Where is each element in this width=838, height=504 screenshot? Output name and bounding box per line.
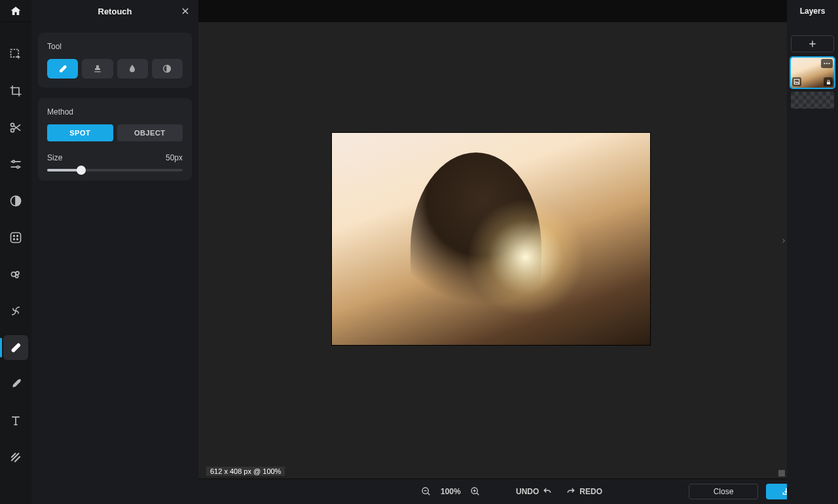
tool-draw[interactable] bbox=[3, 372, 28, 397]
tool-retouch[interactable] bbox=[3, 335, 28, 360]
chevron-right-icon bbox=[781, 237, 786, 245]
svg-point-21 bbox=[829, 63, 830, 64]
tool-blur[interactable] bbox=[117, 59, 148, 79]
layer-thumb-2[interactable] bbox=[791, 92, 834, 109]
svg-point-7 bbox=[14, 236, 15, 237]
canvas-image[interactable] bbox=[331, 132, 651, 346]
tool-element[interactable] bbox=[3, 445, 28, 470]
svg-point-10 bbox=[17, 239, 18, 240]
undo-button[interactable]: UNDO bbox=[516, 487, 552, 496]
close-button[interactable]: Close bbox=[689, 484, 758, 499]
sliders-icon bbox=[9, 158, 22, 171]
home-button[interactable] bbox=[0, 0, 31, 22]
tool-liquify[interactable] bbox=[3, 262, 28, 287]
svg-point-13 bbox=[16, 275, 18, 278]
zoom-value: 100% bbox=[441, 487, 461, 496]
scrollbar-corner bbox=[778, 470, 785, 477]
tool-adjust[interactable] bbox=[3, 152, 28, 177]
text-icon bbox=[9, 414, 22, 427]
size-value: 50px bbox=[166, 153, 183, 162]
svg-point-3 bbox=[12, 160, 14, 162]
svg-point-8 bbox=[17, 236, 18, 237]
stamp-icon bbox=[92, 63, 103, 74]
layer-lock[interactable] bbox=[824, 77, 833, 86]
tool-contrast[interactable] bbox=[3, 189, 28, 213]
size-label: Size bbox=[47, 153, 62, 162]
zoom-in-icon bbox=[470, 486, 481, 497]
method-card: Method SPOT OBJECT Size 50px bbox=[38, 98, 192, 181]
drop-icon bbox=[127, 63, 137, 74]
panel-header: Retouch bbox=[31, 0, 198, 22]
canvas-info: 612 x 408 px @ 100% bbox=[206, 467, 285, 476]
tool-disperse[interactable] bbox=[3, 298, 28, 323]
bandaid-icon bbox=[58, 63, 68, 74]
tool-crop[interactable] bbox=[3, 79, 28, 103]
zoom-out-icon bbox=[421, 486, 431, 497]
tool-arrange[interactable] bbox=[3, 42, 28, 67]
svg-point-20 bbox=[826, 63, 828, 64]
tool-label: Tool bbox=[47, 42, 183, 51]
tool-card: Tool bbox=[38, 33, 192, 88]
slider-thumb[interactable] bbox=[77, 166, 86, 175]
zoom-out-button[interactable] bbox=[421, 486, 431, 497]
add-layer-button[interactable] bbox=[791, 35, 834, 52]
svg-rect-15 bbox=[58, 65, 67, 73]
lock-icon bbox=[826, 79, 831, 85]
redo-label: REDO bbox=[579, 487, 602, 496]
slider-fill bbox=[47, 169, 81, 171]
lines-icon bbox=[9, 451, 22, 464]
svg-rect-23 bbox=[826, 82, 829, 84]
plus-icon bbox=[808, 39, 817, 48]
tool-text[interactable] bbox=[3, 408, 28, 433]
tool-rail bbox=[0, 0, 31, 504]
panel-title: Retouch bbox=[98, 7, 132, 16]
retouch-panel: Retouch Tool Method SPOT OBJECT bbox=[31, 0, 198, 504]
tool-dodge[interactable] bbox=[152, 59, 183, 79]
layer-thumb-1[interactable] bbox=[791, 58, 834, 88]
layers-expand-button[interactable] bbox=[780, 236, 787, 246]
layer-type-indicator bbox=[792, 77, 801, 86]
close-icon bbox=[181, 7, 190, 16]
arrange-icon bbox=[9, 48, 22, 61]
method-label: Method bbox=[47, 107, 183, 117]
crop-icon bbox=[9, 84, 22, 98]
tool-cutout[interactable] bbox=[3, 115, 28, 140]
redo-icon bbox=[566, 487, 575, 496]
svg-rect-6 bbox=[11, 233, 21, 243]
picture-icon bbox=[793, 79, 800, 85]
tool-heal[interactable] bbox=[47, 59, 78, 79]
svg-rect-14 bbox=[10, 342, 21, 353]
undo-icon bbox=[543, 487, 552, 496]
layers-panel: Layers bbox=[787, 0, 838, 504]
bottom-bar: 100% UNDO REDO Close Save bbox=[31, 479, 838, 504]
brush-icon bbox=[9, 378, 22, 391]
spiral-icon bbox=[9, 304, 22, 317]
canvas-area[interactable]: 612 x 408 px @ 100% bbox=[198, 22, 787, 478]
undo-label: UNDO bbox=[516, 487, 539, 496]
zoom-controls: 100% bbox=[421, 486, 481, 497]
home-icon bbox=[10, 5, 22, 17]
layer-menu-button[interactable] bbox=[821, 59, 833, 68]
contrast-icon bbox=[9, 194, 22, 207]
method-spot[interactable]: SPOT bbox=[47, 124, 113, 141]
scissors-icon bbox=[9, 121, 22, 134]
dodge-icon bbox=[162, 63, 172, 74]
dots-icon bbox=[823, 61, 831, 66]
effect-icon bbox=[9, 231, 22, 244]
panel-close-button[interactable] bbox=[179, 5, 192, 18]
svg-rect-22 bbox=[794, 79, 799, 84]
method-object[interactable]: OBJECT bbox=[117, 124, 183, 141]
tool-clone[interactable] bbox=[82, 59, 113, 79]
tool-effect[interactable] bbox=[3, 225, 28, 250]
layers-title: Layers bbox=[787, 0, 838, 22]
svg-point-9 bbox=[14, 239, 15, 240]
svg-point-4 bbox=[17, 166, 19, 168]
zoom-in-button[interactable] bbox=[470, 486, 481, 497]
size-slider[interactable] bbox=[47, 169, 183, 171]
liquify-icon bbox=[9, 268, 22, 281]
svg-point-19 bbox=[824, 63, 826, 64]
redo-button[interactable]: REDO bbox=[566, 487, 602, 496]
bandaid-icon bbox=[9, 341, 22, 354]
svg-point-12 bbox=[16, 272, 19, 275]
